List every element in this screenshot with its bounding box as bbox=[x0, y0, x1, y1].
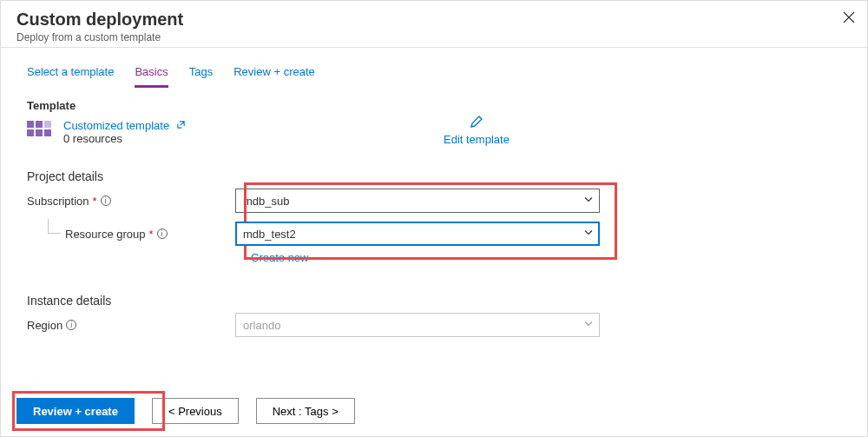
template-grid-icon bbox=[27, 121, 51, 140]
info-icon[interactable]: i bbox=[157, 228, 168, 239]
resource-group-select[interactable]: mdb_test2 bbox=[235, 222, 600, 246]
template-info: Customized template 0 resources bbox=[63, 119, 186, 145]
tab-select-template[interactable]: Select a template bbox=[27, 65, 114, 88]
resource-group-value: mdb_test2 bbox=[243, 228, 296, 241]
template-resource-count: 0 resources bbox=[63, 132, 186, 145]
template-section-title: Template bbox=[27, 99, 841, 112]
next-button[interactable]: Next : Tags > bbox=[256, 398, 355, 424]
subscription-label: Subscription * i bbox=[27, 195, 235, 208]
subscription-value: mdb_sub bbox=[243, 195, 289, 208]
resource-group-label: Resource group * i bbox=[27, 228, 235, 241]
review-create-button[interactable]: Review + create bbox=[16, 398, 135, 424]
required-mark: * bbox=[149, 228, 154, 241]
region-row: Region i orlando bbox=[27, 313, 841, 337]
instance-details-title: Instance details bbox=[27, 294, 841, 308]
close-icon[interactable] bbox=[843, 11, 855, 27]
project-details-title: Project details bbox=[27, 169, 841, 183]
tab-basics[interactable]: Basics bbox=[135, 65, 168, 88]
pencil-icon bbox=[469, 114, 484, 129]
tab-tags[interactable]: Tags bbox=[189, 65, 213, 88]
custom-deployment-page: Custom deployment Deploy from a custom t… bbox=[0, 0, 868, 437]
subscription-row: Subscription * i mdb_sub bbox=[27, 189, 841, 213]
chevron-down-icon bbox=[583, 228, 594, 241]
template-row: Customized template 0 resources bbox=[27, 119, 841, 145]
previous-button[interactable]: < Previous bbox=[152, 398, 239, 424]
region-select[interactable]: orlando bbox=[235, 313, 600, 337]
resource-group-row: Resource group * i mdb_test2 bbox=[27, 222, 841, 246]
tab-review-create[interactable]: Review + create bbox=[233, 65, 315, 88]
chevron-down-icon bbox=[583, 195, 594, 208]
subscription-select[interactable]: mdb_sub bbox=[235, 189, 600, 213]
required-mark: * bbox=[93, 195, 97, 208]
page-subtitle: Deploy from a custom template bbox=[16, 31, 852, 43]
chevron-down-icon bbox=[583, 319, 594, 332]
content-area: Template Customized template 0 resources bbox=[1, 89, 867, 337]
info-icon[interactable]: i bbox=[101, 195, 111, 206]
template-name-link[interactable]: Customized template bbox=[63, 119, 169, 132]
edit-template-label: Edit template bbox=[444, 133, 510, 146]
page-header: Custom deployment Deploy from a custom t… bbox=[1, 1, 867, 48]
page-title: Custom deployment bbox=[16, 10, 852, 30]
tab-bar: Select a template Basics Tags Review + c… bbox=[1, 48, 867, 89]
info-icon[interactable]: i bbox=[66, 320, 76, 330]
footer-bar: Review + create < Previous Next : Tags > bbox=[1, 386, 867, 436]
region-label: Region i bbox=[27, 319, 235, 332]
region-value: orlando bbox=[243, 319, 280, 332]
edit-template-button[interactable]: Edit template bbox=[444, 114, 510, 146]
create-new-link[interactable]: Create new bbox=[251, 251, 841, 264]
external-link-icon bbox=[176, 121, 186, 131]
